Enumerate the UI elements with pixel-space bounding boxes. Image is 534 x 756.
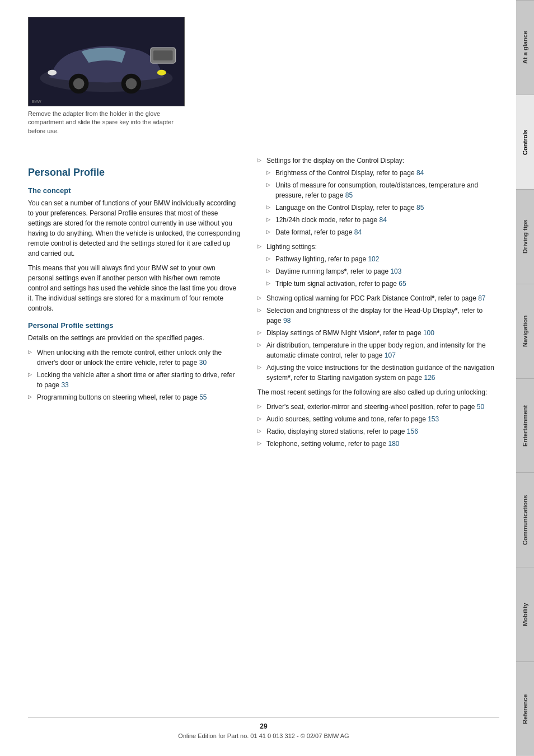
item-text: Settings for the display on the Control … <box>266 157 404 165</box>
svg-text:BMW: BMW <box>32 100 41 104</box>
item-text: Date format, refer to page <box>275 228 354 236</box>
sidebar-item-communications[interactable]: Communications <box>516 472 534 567</box>
personal-profile-title: Personal Profile <box>28 167 241 179</box>
item-text: Pathway lighting, refer to page <box>275 255 368 263</box>
svg-rect-9 <box>153 50 173 60</box>
list-item: Lighting settings: Pathway lighting, ref… <box>257 242 499 289</box>
item-text: Programming buttons on steering wheel, r… <box>37 393 199 401</box>
image-area: BMW Remove the adapter from the holder i… <box>28 17 499 135</box>
item-text: 12h/24h clock mode, refer to page <box>275 216 379 224</box>
page-link[interactable]: 85 <box>416 204 424 212</box>
list-item: Triple turn signal activation, refer to … <box>266 279 499 289</box>
concept-subtitle: The concept <box>28 186 241 195</box>
page-link[interactable]: 30 <box>199 359 207 367</box>
item-text: Telephone, setting volume, refer to page <box>266 440 388 448</box>
item-text: When unlocking with the remote control, … <box>37 349 222 367</box>
page-link[interactable]: 156 <box>407 428 418 435</box>
two-column-layout: Personal Profile The concept You can set… <box>28 156 499 701</box>
page-link[interactable]: 98 <box>283 317 291 325</box>
unlocking-list: Driver's seat, exterior-mirror and steer… <box>257 402 499 449</box>
settings-list: When unlocking with the remote control, … <box>28 348 241 402</box>
list-item: Driver's seat, exterior-mirror and steer… <box>257 402 499 412</box>
item-text: Language on the Control Display, refer t… <box>275 204 416 212</box>
list-item: Audio sources, setting volume and tone, … <box>257 414 499 424</box>
item-text: Lighting settings: <box>266 243 317 251</box>
item-text: Triple turn signal activation, refer to … <box>275 280 399 288</box>
page-link[interactable]: 100 <box>423 329 434 337</box>
concept-body2: This means that you will always find you… <box>28 263 241 313</box>
page-link[interactable]: 84 <box>416 169 424 177</box>
list-item: Adjusting the voice instructions for the… <box>257 363 499 383</box>
list-item: Telephone, setting volume, refer to page… <box>257 439 499 449</box>
page-link[interactable]: 180 <box>388 440 399 448</box>
item-text: Display settings of BMW Night Vision*, r… <box>266 329 423 337</box>
concept-body1: You can set a number of functions of you… <box>28 198 241 259</box>
page-link[interactable]: 33 <box>61 381 68 389</box>
list-item: Pathway lighting, refer to page 102 <box>266 254 499 264</box>
settings-intro: Details on the settings are provided on … <box>28 333 241 343</box>
item-text: Showing optical warning for PDC Park Dis… <box>266 294 478 302</box>
page-link[interactable]: 55 <box>199 393 207 401</box>
sidebar-item-driving-tips[interactable]: Driving tips <box>516 189 534 284</box>
top-section: BMW Remove the adapter from the holder i… <box>28 17 499 147</box>
svg-point-7 <box>126 78 137 90</box>
sidebar-item-at-a-glance[interactable]: At a glance <box>516 0 534 95</box>
list-item: Settings for the display on the Control … <box>257 156 499 237</box>
display-settings-list: Settings for the display on the Control … <box>257 156 499 383</box>
list-item: Daytime running lamps*, refer to page 10… <box>266 266 499 276</box>
svg-point-5 <box>73 78 85 90</box>
page-link[interactable]: 65 <box>399 280 406 288</box>
sidebar-item-controls[interactable]: Controls <box>516 95 534 189</box>
main-content: BMW Remove the adapter from the holder i… <box>0 0 516 756</box>
svg-point-2 <box>157 70 166 76</box>
item-text: Audio sources, setting volume and tone, … <box>266 415 428 423</box>
item-text: Adjusting the voice instructions for the… <box>266 364 494 382</box>
page-number: 29 <box>28 722 499 730</box>
list-item: Locking the vehicle after a short time o… <box>28 370 241 390</box>
car-image: BMW <box>28 17 185 106</box>
left-column: Personal Profile The concept You can set… <box>28 156 241 701</box>
list-item: Radio, displaying stored stations, refer… <box>257 426 499 436</box>
list-item: Display settings of BMW Night Vision*, r… <box>257 328 499 338</box>
list-item: When unlocking with the remote control, … <box>28 348 241 368</box>
list-item: Showing optical warning for PDC Park Dis… <box>257 293 499 303</box>
lighting-sub-list: Pathway lighting, refer to page 102 Dayt… <box>266 254 499 289</box>
copyright-text: Online Edition for Part no. 01 41 0 013 … <box>178 732 349 739</box>
svg-point-3 <box>48 70 57 76</box>
item-text: Driver's seat, exterior-mirror and steer… <box>266 403 477 411</box>
item-text: Radio, displaying stored stations, refer… <box>266 428 407 435</box>
unlocking-note: The most recent settings for the followi… <box>257 387 499 397</box>
list-item: 12h/24h clock mode, refer to page 84 <box>266 215 499 225</box>
settings-subtitle: Personal Profile settings <box>28 321 241 330</box>
page-link[interactable]: 102 <box>368 255 379 263</box>
page-link[interactable]: 84 <box>354 228 362 236</box>
image-caption: Remove the adapter from the holder in th… <box>28 110 185 135</box>
list-item: Selection and brightness of the display … <box>257 306 499 326</box>
page-link[interactable]: 126 <box>424 374 435 382</box>
sidebar-item-reference[interactable]: Reference <box>516 661 534 756</box>
item-text: Selection and brightness of the display … <box>266 307 483 325</box>
item-text: Air distribution, temperature in the upp… <box>266 341 486 359</box>
page-link[interactable]: 87 <box>478 294 485 302</box>
page-link[interactable]: 50 <box>477 403 484 411</box>
page-link[interactable]: 103 <box>390 267 401 275</box>
list-item: Language on the Control Display, refer t… <box>266 203 499 213</box>
sidebar-item-navigation[interactable]: Navigation <box>516 284 534 378</box>
list-item: Air distribution, temperature in the upp… <box>257 340 499 360</box>
list-item: Brightness of the Control Display, refer… <box>266 168 499 178</box>
list-item: Date format, refer to page 84 <box>266 227 499 237</box>
page-link[interactable]: 84 <box>379 216 386 224</box>
item-text: Daytime running lamps*, refer to page <box>275 267 390 275</box>
display-sub-list: Brightness of the Control Display, refer… <box>266 168 499 237</box>
page-link[interactable]: 107 <box>385 351 396 359</box>
right-column: Settings for the display on the Control … <box>257 156 499 701</box>
page-link[interactable]: 153 <box>428 415 439 423</box>
list-item: Programming buttons on steering wheel, r… <box>28 392 241 402</box>
sidebar-item-mobility[interactable]: Mobility <box>516 567 534 661</box>
list-item: Units of measure for consumption, route/… <box>266 180 499 200</box>
page-link[interactable]: 85 <box>345 191 353 199</box>
sidebar-item-entertainment[interactable]: Entertainment <box>516 378 534 473</box>
item-text: Brightness of the Control Display, refer… <box>275 169 416 177</box>
item-text: Units of measure for consumption, route/… <box>275 181 478 199</box>
footer: 29 Online Edition for Part no. 01 41 0 0… <box>28 717 499 739</box>
